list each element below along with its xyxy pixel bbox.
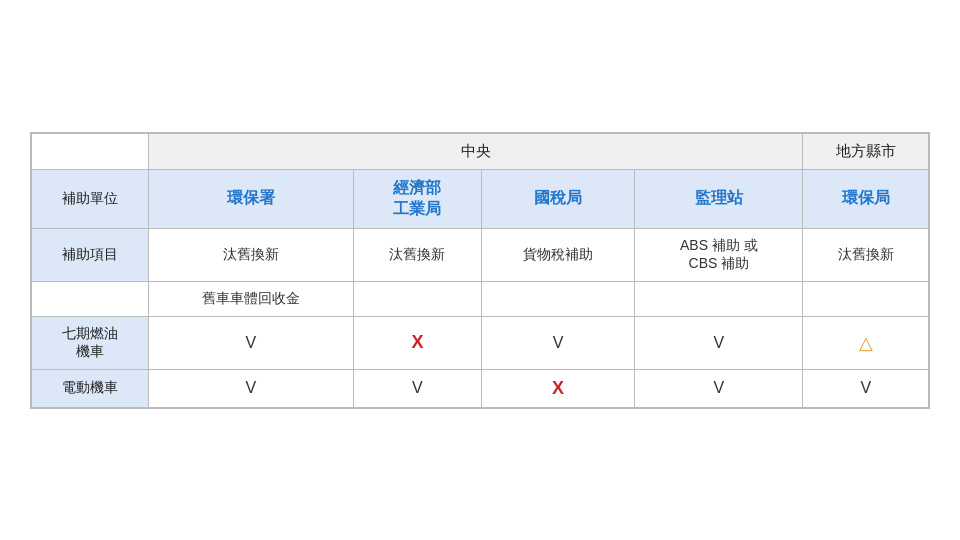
row-qiqi: 七期燃油 機車 V X V V △	[32, 316, 929, 369]
main-table-wrapper: 中央 地方縣市 補助單位 環保署 經濟部 工業局 國稅局 監理站 環保局 補助項…	[30, 132, 930, 409]
diandong-col2: V	[354, 369, 482, 407]
diandong-col3: X	[481, 369, 635, 407]
qiqi-col3: V	[481, 316, 635, 369]
label-qiqi: 七期燃油 機車	[32, 316, 149, 369]
unit-guoshui: 國稅局	[481, 169, 635, 228]
item-col5: 汰舊換新	[803, 228, 929, 281]
unit-jianlizhan: 監理站	[635, 169, 803, 228]
item-col4: ABS 補助 或 CBS 補助	[635, 228, 803, 281]
qiqi-col1: V	[148, 316, 353, 369]
header-row-top: 中央 地方縣市	[32, 133, 929, 169]
qiqi-col5: △	[803, 316, 929, 369]
label-banzhu-danwei: 補助單位	[32, 169, 149, 228]
qiqi-col4: V	[635, 316, 803, 369]
unit-huanbao: 環保署	[148, 169, 353, 228]
label-diandong: 電動機車	[32, 369, 149, 407]
subitem-col3	[481, 281, 635, 316]
row-subitem: 舊車車體回收金	[32, 281, 929, 316]
corner-cell	[32, 133, 149, 169]
row-banzhu-xiangmu: 補助項目 汰舊換新 汰舊換新 貨物稅補助 ABS 補助 或 CBS 補助 汰舊換…	[32, 228, 929, 281]
unit-jingji: 經濟部 工業局	[354, 169, 482, 228]
unit-huanbaoju: 環保局	[803, 169, 929, 228]
diandong-col5: V	[803, 369, 929, 407]
subitem-col5	[803, 281, 929, 316]
item-col3: 貨物稅補助	[481, 228, 635, 281]
label-banzhu-xiangmu: 補助項目	[32, 228, 149, 281]
diandong-col4: V	[635, 369, 803, 407]
diandong-col1: V	[148, 369, 353, 407]
item-col2: 汰舊換新	[354, 228, 482, 281]
subitem-col4	[635, 281, 803, 316]
row-diandong: 電動機車 V V X V V	[32, 369, 929, 407]
qiqi-col2: X	[354, 316, 482, 369]
header-difang: 地方縣市	[803, 133, 929, 169]
item-col1: 汰舊換新	[148, 228, 353, 281]
subitem-col2	[354, 281, 482, 316]
label-subitem	[32, 281, 149, 316]
subitem-col1: 舊車車體回收金	[148, 281, 353, 316]
row-banzhu-danwei: 補助單位 環保署 經濟部 工業局 國稅局 監理站 環保局	[32, 169, 929, 228]
header-zhongyang: 中央	[148, 133, 803, 169]
